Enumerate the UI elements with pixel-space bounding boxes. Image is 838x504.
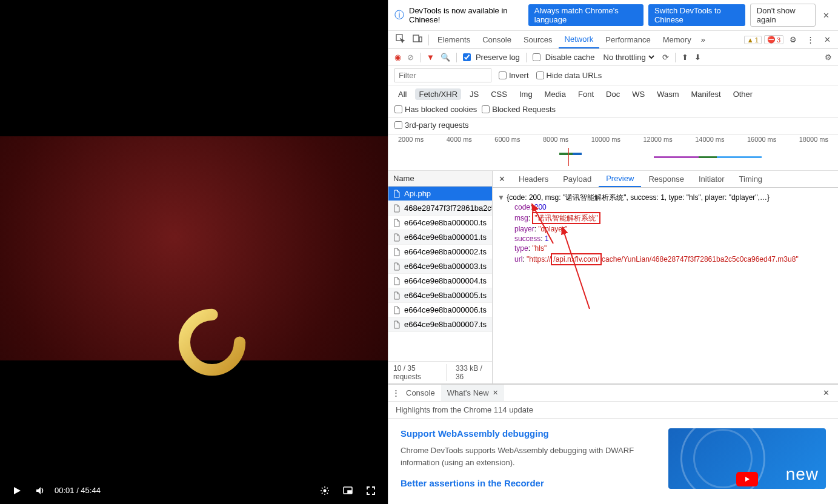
type-all[interactable]: All xyxy=(394,88,410,100)
type-doc[interactable]: Doc xyxy=(602,88,624,100)
banner-close-icon[interactable]: ✕ xyxy=(820,8,832,22)
tab-headers[interactable]: Headers xyxy=(511,171,556,187)
tab-sources[interactable]: Sources xyxy=(517,31,559,48)
type-font[interactable]: Font xyxy=(574,88,597,100)
clear-button[interactable]: ⊘ xyxy=(407,53,414,62)
tab-console[interactable]: Console xyxy=(476,31,517,48)
network-conditions-icon[interactable]: ⟳ xyxy=(662,53,669,62)
request-row[interactable]: e664ce9e8ba000002.ts xyxy=(388,245,492,259)
more-menu-icon[interactable]: ⋮ xyxy=(803,33,818,47)
drawer-menu-icon[interactable]: ⋮ xyxy=(392,388,400,397)
request-row[interactable]: e664ce9e8ba000000.ts xyxy=(388,216,492,230)
network-status-bar: 10 / 35 requests 333 kB / 36 xyxy=(388,361,492,383)
fullscreen-button[interactable] xyxy=(366,486,376,496)
more-tabs-icon[interactable]: » xyxy=(697,33,709,47)
type-filter-row: All Fetch/XHR JS CSS Img Media Font Doc … xyxy=(388,85,838,118)
url-highlight: /api.nxflv.com/ xyxy=(551,253,602,265)
type-img[interactable]: Img xyxy=(516,88,536,100)
tab-response[interactable]: Response xyxy=(641,171,691,187)
request-row[interactable]: e664ce9e8ba000007.ts xyxy=(388,317,492,332)
type-manifest[interactable]: Manifest xyxy=(687,88,724,100)
upload-har-icon[interactable]: ⬆ xyxy=(682,53,688,62)
network-body: Name Api.php468e28747f3f72861ba2c5...e66… xyxy=(388,171,838,384)
type-media[interactable]: Media xyxy=(541,88,570,100)
tab-preview[interactable]: Preview xyxy=(599,171,641,187)
errors-badge[interactable]: ⛔3 xyxy=(764,35,783,44)
hide-data-urls-checkbox[interactable]: Hide data URLs xyxy=(536,71,602,80)
tab-performance[interactable]: Performance xyxy=(599,31,656,48)
request-row[interactable]: e664ce9e8ba000006.ts xyxy=(388,303,492,317)
tab-timing[interactable]: Timing xyxy=(732,171,770,187)
third-party-checkbox[interactable]: 3rd-party requests xyxy=(394,121,469,130)
svg-rect-6 xyxy=(413,35,419,42)
invert-checkbox[interactable]: Invert xyxy=(499,71,529,80)
drawer-tabs: ⋮ Console What's New✕ ✕ xyxy=(388,385,838,402)
type-js[interactable]: JS xyxy=(466,88,482,100)
tab-memory[interactable]: Memory xyxy=(657,31,697,48)
type-css[interactable]: CSS xyxy=(487,88,511,100)
main-tabbar: Elements Console Sources Network Perform… xyxy=(388,31,838,49)
search-icon[interactable]: 🔍 xyxy=(441,53,450,62)
type-other[interactable]: Other xyxy=(730,88,757,100)
filter-toggle-icon[interactable]: ▼ xyxy=(427,53,434,62)
filter-input[interactable] xyxy=(394,68,491,82)
drawer-close-icon[interactable]: ✕ xyxy=(818,388,834,397)
tab-network[interactable]: Network xyxy=(559,31,600,48)
request-row[interactable]: Api.php xyxy=(388,187,492,201)
svg-marker-0 xyxy=(14,487,21,494)
dont-show-button[interactable]: Don't show again xyxy=(750,4,816,27)
player-controls: 00:01 / 45:44 xyxy=(0,477,388,504)
throttling-select[interactable]: No throttling xyxy=(601,52,656,62)
drawer-content: Support WebAssembly debugging Chrome Dev… xyxy=(388,419,838,504)
network-toolbar: ◉ ⊘ ▼ 🔍 Preserve log Disable cache No th… xyxy=(388,49,838,66)
settings-button[interactable] xyxy=(320,486,330,496)
svg-rect-7 xyxy=(419,37,422,42)
request-row[interactable]: e664ce9e8ba000003.ts xyxy=(388,259,492,274)
video-player: 00:01 / 45:44 xyxy=(0,0,388,504)
third-party-row: 3rd-party requests xyxy=(388,118,838,134)
always-match-button[interactable]: Always match Chrome's language xyxy=(528,4,643,26)
close-devtools-icon[interactable]: ✕ xyxy=(820,33,834,47)
request-row[interactable]: 468e28747f3f72861ba2c5... xyxy=(388,201,492,216)
download-har-icon[interactable]: ⬇ xyxy=(694,53,701,62)
preview-body[interactable]: ▼ {code: 200, msg: "诺讯智能解析系统", success: … xyxy=(493,188,838,383)
inspect-icon[interactable] xyxy=(392,31,409,48)
settings-icon[interactable]: ⚙ xyxy=(786,33,800,47)
type-ws[interactable]: WS xyxy=(628,88,648,100)
language-banner: ⓘ DevTools is now available in Chinese! … xyxy=(388,0,838,31)
promo-video[interactable]: new xyxy=(668,428,826,489)
network-settings-icon[interactable]: ⚙ xyxy=(825,53,832,62)
tab-payload[interactable]: Payload xyxy=(556,171,599,187)
detail-close-icon[interactable]: ✕ xyxy=(493,174,511,184)
preserve-log-checkbox[interactable]: Preserve log xyxy=(463,53,520,62)
tab-elements[interactable]: Elements xyxy=(431,31,476,48)
network-timeline[interactable]: 2000 ms4000 ms6000 ms8000 ms10000 ms1200… xyxy=(388,134,838,171)
volume-button[interactable] xyxy=(35,486,45,496)
msg-highlight: "诺讯智能解析系统" xyxy=(532,212,600,224)
drawer-tab-whatsnew[interactable]: What's New✕ xyxy=(441,385,504,401)
record-button[interactable]: ◉ xyxy=(394,53,401,62)
name-column-header[interactable]: Name xyxy=(388,171,492,187)
loading-spinner-icon xyxy=(176,306,248,379)
article-heading[interactable]: Better assertions in the Recorder xyxy=(401,478,656,488)
play-button[interactable] xyxy=(12,486,22,496)
type-wasm[interactable]: Wasm xyxy=(653,88,682,100)
warnings-badge[interactable]: ▲1 xyxy=(744,36,762,44)
promo-text: new xyxy=(786,465,819,484)
request-list: Name Api.php468e28747f3f72861ba2c5...e66… xyxy=(388,171,493,383)
pip-button[interactable] xyxy=(343,486,353,496)
request-row[interactable]: e664ce9e8ba000005.ts xyxy=(388,288,492,303)
info-icon: ⓘ xyxy=(394,9,404,22)
article-heading[interactable]: Support WebAssembly debugging xyxy=(401,428,656,439)
disable-cache-checkbox[interactable]: Disable cache xyxy=(533,53,595,62)
request-row[interactable]: e664ce9e8ba000004.ts xyxy=(388,274,492,288)
blocked-cookies-checkbox[interactable]: Has blocked cookies xyxy=(394,105,477,114)
close-icon[interactable]: ✕ xyxy=(493,389,498,397)
blocked-requests-checkbox[interactable]: Blocked Requests xyxy=(482,105,556,114)
drawer-tab-console[interactable]: Console xyxy=(400,385,441,401)
device-toggle-icon[interactable] xyxy=(409,31,426,48)
switch-chinese-button[interactable]: Switch DevTools to Chinese xyxy=(648,4,745,26)
type-xhr[interactable]: Fetch/XHR xyxy=(415,88,461,100)
tab-initiator[interactable]: Initiator xyxy=(691,171,732,187)
request-row[interactable]: e664ce9e8ba000001.ts xyxy=(388,230,492,245)
